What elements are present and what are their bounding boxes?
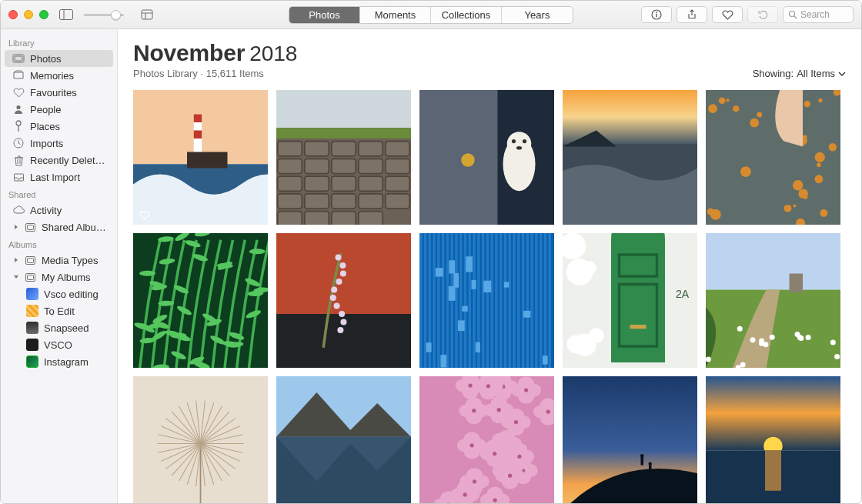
sidebar-item-photos[interactable]: Photos: [5, 50, 113, 67]
sidebar-item-label: People: [30, 104, 61, 115]
svg-point-374: [648, 462, 652, 466]
svg-rect-207: [706, 233, 840, 290]
svg-rect-187: [426, 342, 432, 352]
sidebar-item-recently-delet[interactable]: Recently Delet…: [5, 152, 113, 169]
photo-thumbnail[interactable]: [419, 376, 554, 503]
sidebar-album-instagram[interactable]: Instagram: [5, 353, 113, 370]
svg-point-289: [486, 384, 490, 388]
info-button[interactable]: [641, 6, 672, 23]
photo-thumbnail[interactable]: [706, 90, 840, 225]
svg-rect-371: [641, 457, 644, 466]
svg-point-79: [740, 166, 751, 177]
sidebar-item-my-albums[interactable]: My Albums: [5, 269, 113, 285]
sidebar-item-label: Memories: [30, 70, 74, 82]
search-field[interactable]: Search: [783, 6, 854, 23]
photo-thumbnail[interactable]: [133, 90, 268, 225]
sidebar-toggle-button[interactable]: [59, 9, 73, 20]
sidebar-item-places[interactable]: Places: [5, 118, 113, 135]
svg-rect-172: [526, 233, 530, 368]
svg-rect-174: [535, 233, 538, 368]
heart-icon: [12, 86, 25, 98]
svg-rect-31: [276, 90, 411, 131]
svg-rect-51: [359, 176, 383, 191]
svg-rect-2: [142, 10, 152, 19]
rotate-button[interactable]: [747, 6, 778, 23]
svg-point-76: [804, 135, 807, 139]
sidebar-item-memories[interactable]: Memories: [5, 67, 113, 84]
photo-thumbnail[interactable]: [419, 90, 554, 225]
view-tab-years[interactable]: Years: [502, 7, 573, 23]
tray-icon: [12, 171, 25, 183]
svg-rect-57: [386, 194, 410, 209]
svg-rect-36: [278, 176, 302, 191]
svg-point-197: [567, 335, 586, 353]
sidebar-item-label: Activity: [30, 205, 62, 216]
photo-thumbnail[interactable]: [133, 376, 268, 503]
album-thumbnail: [26, 322, 38, 334]
favourite-button[interactable]: [712, 6, 743, 23]
photo-thumbnail[interactable]: [706, 376, 840, 503]
photo-thumbnail[interactable]: [563, 90, 697, 225]
svg-rect-38: [278, 212, 302, 225]
disclosure-triangle[interactable]: [12, 273, 20, 281]
sidebar-item-label: Recently Delet…: [30, 155, 105, 166]
svg-point-221: [834, 354, 840, 359]
sidebar-item-imports[interactable]: Imports: [5, 135, 113, 152]
svg-rect-382: [765, 450, 781, 491]
sidebar-album-to-edit[interactable]: To Edit: [5, 302, 113, 319]
photo-thumbnail[interactable]: [563, 376, 697, 503]
sidebar-item-media-types[interactable]: Media Types: [5, 252, 113, 269]
svg-line-9: [794, 16, 797, 18]
filter-button[interactable]: [141, 9, 153, 20]
window-minimize-button[interactable]: [24, 10, 33, 19]
svg-point-88: [733, 105, 739, 112]
svg-rect-154: [446, 233, 449, 368]
thumbnail-zoom-slider[interactable]: [84, 9, 130, 20]
photos-icon: [12, 52, 25, 65]
window-zoom-button[interactable]: [39, 10, 48, 19]
sidebar-item-favourites[interactable]: Favourites: [5, 84, 113, 101]
sidebar-album-vsco[interactable]: VSCO: [5, 336, 113, 353]
svg-point-62: [507, 132, 532, 156]
photo-thumbnail[interactable]: [276, 233, 411, 368]
disclosure-triangle[interactable]: [12, 256, 20, 264]
svg-rect-165: [495, 233, 498, 368]
svg-point-376: [657, 470, 660, 474]
svg-rect-48: [332, 212, 356, 225]
svg-point-60: [461, 153, 475, 167]
window-close-button[interactable]: [8, 10, 18, 19]
svg-rect-191: [471, 280, 476, 289]
svg-point-74: [793, 205, 796, 208]
photo-thumbnail[interactable]: [419, 233, 554, 368]
sidebar-item-activity[interactable]: Activity: [5, 202, 113, 219]
sidebar-item-label: Photos: [30, 53, 61, 65]
photo-thumbnail[interactable]: [276, 376, 411, 503]
view-tab-collections[interactable]: Collections: [431, 7, 502, 23]
photo-thumbnail[interactable]: [706, 233, 840, 368]
svg-point-142: [330, 295, 336, 301]
disclosure-triangle[interactable]: [12, 223, 20, 231]
view-tabs: PhotosMomentsCollectionsYears: [289, 6, 573, 24]
photo-thumbnail[interactable]: 2A: [563, 233, 697, 368]
sidebar-album-vsco-editing[interactable]: Vsco editing: [5, 285, 113, 302]
svg-rect-377: [665, 482, 668, 490]
svg-rect-190: [476, 342, 480, 352]
showing-filter[interactable]: Showing: All Items: [753, 68, 846, 79]
view-tab-moments[interactable]: Moments: [360, 7, 431, 23]
view-tab-photos[interactable]: Photos: [289, 7, 360, 23]
svg-point-369: [517, 455, 521, 459]
svg-point-65: [516, 146, 522, 150]
photo-thumbnail[interactable]: [276, 90, 411, 225]
sidebar-item-last-import[interactable]: Last Import: [5, 169, 113, 185]
sidebar-album-snapseed[interactable]: Snapseed: [5, 319, 113, 336]
svg-rect-160: [473, 233, 476, 368]
sidebar-item-shared-albums[interactable]: Shared Albums: [5, 219, 113, 235]
svg-point-13: [16, 121, 21, 125]
share-button[interactable]: [677, 6, 707, 23]
sidebar-item-people[interactable]: People: [5, 101, 113, 118]
sidebar-item-label: Favourites: [30, 87, 77, 98]
svg-point-349: [493, 452, 496, 456]
svg-rect-46: [332, 176, 356, 191]
photo-thumbnail[interactable]: [133, 233, 268, 368]
svg-point-71: [793, 180, 803, 190]
